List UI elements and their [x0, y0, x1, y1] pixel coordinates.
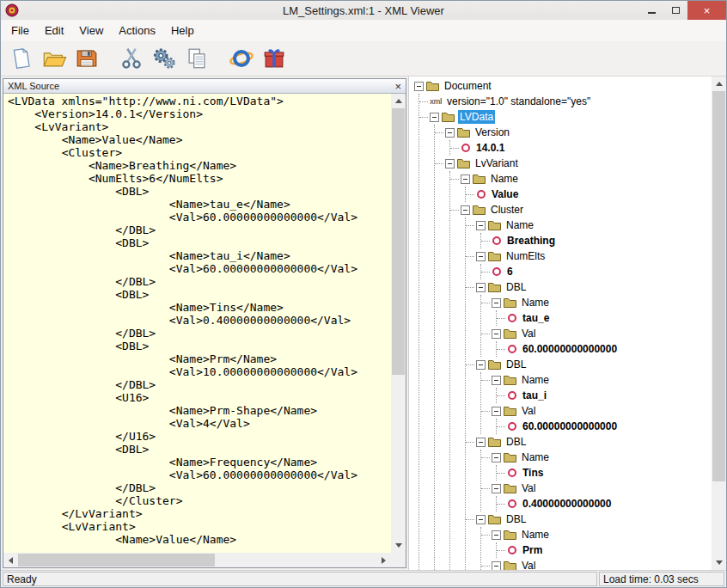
scroll-down-icon[interactable]: [391, 538, 406, 553]
tree-node-label[interactable]: version="1.0" standalone="yes": [445, 95, 592, 108]
tree-node[interactable]: Version: [435, 125, 711, 140]
tree-node-label[interactable]: Breathing: [505, 234, 557, 248]
tree-node[interactable]: tau_e: [497, 310, 711, 326]
maximize-button[interactable]: [663, 1, 687, 20]
tree-node[interactable]: DBL: [466, 434, 711, 450]
tree-node[interactable]: 60.00000000000000: [497, 419, 711, 434]
tree-node[interactable]: Prm: [497, 542, 711, 558]
tree-vertical-scrollbar[interactable]: [712, 77, 726, 570]
scroll-up-icon[interactable]: [391, 94, 406, 108]
collapse-expander-icon[interactable]: [476, 438, 486, 447]
collapse-expander-icon[interactable]: [445, 128, 455, 138]
refresh-button[interactable]: [225, 43, 258, 75]
tree-node[interactable]: LvVariant: [435, 156, 711, 171]
tree-node[interactable]: Val: [481, 403, 711, 419]
tree-node[interactable]: Value: [466, 187, 711, 202]
tree-node[interactable]: Cluster: [450, 202, 711, 217]
collapse-expander-icon[interactable]: [492, 561, 501, 571]
tree-vscroll-track[interactable]: [712, 91, 726, 555]
source-vscroll-track[interactable]: [391, 108, 406, 538]
collapse-expander-icon[interactable]: [430, 113, 439, 122]
new-document-button[interactable]: [5, 43, 38, 75]
collapse-expander-icon[interactable]: [476, 283, 486, 292]
tree-node-label[interactable]: Name: [489, 172, 520, 186]
package-button[interactable]: [258, 43, 290, 75]
tree-node-label[interactable]: Value: [490, 187, 520, 201]
titlebar[interactable]: LM_Settings.xml:1 - XML Viewer ×: [1, 1, 726, 20]
source-hscroll-thumb[interactable]: [18, 554, 215, 567]
tree-node[interactable]: DBL: [466, 279, 711, 295]
tree-node-label[interactable]: 14.0.1: [474, 141, 506, 155]
tree-node-label[interactable]: 60.00000000000000: [521, 342, 619, 356]
tree-node[interactable]: Tins: [497, 465, 711, 481]
scroll-right-icon[interactable]: [376, 553, 391, 567]
source-vscroll-thumb[interactable]: [392, 108, 405, 375]
collapse-expander-icon[interactable]: [492, 376, 501, 385]
source-horizontal-scrollbar[interactable]: [3, 553, 391, 567]
collapse-expander-icon[interactable]: [492, 329, 501, 339]
tree-node[interactable]: DBL: [466, 357, 711, 372]
tree-node-label[interactable]: Val: [520, 327, 537, 340]
tree-node-label[interactable]: DBL: [504, 435, 528, 449]
tree-node-label[interactable]: DBL: [504, 280, 528, 294]
collapse-expander-icon[interactable]: [461, 175, 470, 184]
tree-vscroll-thumb[interactable]: [712, 91, 725, 481]
tree-node-label[interactable]: Name: [520, 450, 551, 464]
tree-node-label[interactable]: Name: [520, 373, 551, 387]
menu-view[interactable]: View: [71, 21, 111, 40]
tree-node-label[interactable]: Name: [520, 296, 551, 309]
collapse-expander-icon[interactable]: [445, 159, 455, 168]
tree-node-label[interactable]: Version: [473, 126, 511, 139]
menu-help[interactable]: Help: [163, 21, 202, 40]
menu-edit[interactable]: Edit: [37, 21, 71, 40]
xml-source-text[interactable]: <LVData xmlns="http://www.ni.com/LVData"…: [3, 94, 391, 553]
tree-node[interactable]: Val: [481, 481, 711, 496]
copy-button[interactable]: [180, 43, 213, 75]
tree-node-label[interactable]: DBL: [504, 512, 528, 526]
tree-node-label[interactable]: DBL: [504, 358, 528, 371]
tree-node[interactable]: LVData: [419, 109, 711, 125]
tree-node[interactable]: tau_i: [497, 388, 711, 403]
tree-node-label[interactable]: Val: [520, 404, 537, 418]
tree-node-label[interactable]: tau_i: [521, 389, 548, 402]
tree-node[interactable]: 14.0.1: [450, 140, 711, 156]
tree-node-label[interactable]: 60.00000000000000: [521, 420, 619, 433]
tree-node-label[interactable]: 0.40000000000000: [521, 497, 613, 511]
tree-node-label[interactable]: NumElts: [504, 249, 547, 263]
tree-node[interactable]: xmlversion="1.0" standalone="yes": [419, 94, 711, 109]
tree-node[interactable]: Name: [481, 450, 711, 465]
source-vertical-scrollbar[interactable]: [391, 94, 406, 553]
tree-node[interactable]: Document: [414, 78, 711, 94]
tree-node[interactable]: Val: [481, 326, 711, 341]
tree-node-label[interactable]: Val: [520, 481, 537, 495]
tree-node[interactable]: NumElts: [466, 248, 711, 264]
tree-node[interactable]: Name: [481, 295, 711, 310]
scroll-left-icon[interactable]: [3, 553, 18, 567]
tree-node-label[interactable]: Document: [443, 79, 493, 93]
collapse-expander-icon[interactable]: [476, 221, 486, 230]
tree-node[interactable]: Val: [481, 558, 711, 570]
collapse-expander-icon[interactable]: [492, 407, 501, 416]
tree-node-label[interactable]: Cluster: [489, 203, 525, 217]
tree-node[interactable]: 0.40000000000000: [497, 496, 711, 511]
close-button[interactable]: ×: [687, 1, 726, 20]
tree-node-label[interactable]: Val: [520, 559, 537, 570]
collapse-expander-icon[interactable]: [476, 515, 486, 524]
settings-button[interactable]: [148, 43, 180, 75]
tree-node-label[interactable]: tau_e: [521, 311, 551, 325]
minimize-button[interactable]: [639, 1, 663, 20]
collapse-expander-icon[interactable]: [476, 252, 486, 261]
tree-node[interactable]: Name: [450, 171, 711, 187]
collapse-expander-icon[interactable]: [492, 530, 501, 540]
source-panel-close-button[interactable]: ×: [394, 82, 401, 91]
tree-node-label[interactable]: LVData: [458, 110, 495, 124]
collapse-expander-icon[interactable]: [492, 453, 501, 462]
menu-file[interactable]: File: [3, 21, 37, 40]
tree-node[interactable]: Name: [481, 372, 711, 388]
collapse-expander-icon[interactable]: [461, 205, 470, 215]
tree-node-label[interactable]: Tins: [521, 466, 545, 480]
scroll-up-icon[interactable]: [712, 77, 726, 91]
save-button[interactable]: [70, 43, 103, 75]
tree-node-label[interactable]: Name: [520, 528, 551, 542]
tree-node[interactable]: Name: [466, 217, 711, 233]
